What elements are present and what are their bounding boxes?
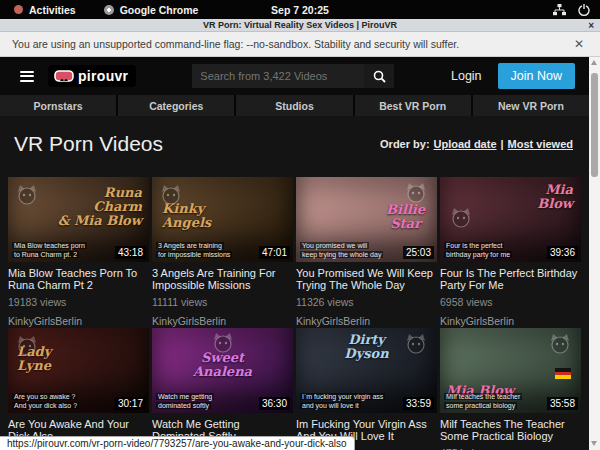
view-count: 19183 views bbox=[8, 296, 149, 308]
nav-item-label: Pornstars bbox=[34, 100, 83, 112]
order-upload-date-link[interactable]: Upload date bbox=[434, 138, 497, 150]
search-icon bbox=[373, 70, 386, 83]
video-card[interactable]: Sweet Analena Watch me gettingdominated … bbox=[152, 328, 293, 450]
browser-viewport: pirouvr Login Join Now Pornstars Categor… bbox=[0, 57, 589, 450]
video-card[interactable]: Lady Lyne Are you so awake ?And your dic… bbox=[8, 328, 149, 450]
scroll-up-arrow-icon[interactable] bbox=[591, 60, 597, 65]
video-card[interactable]: Mia Blow Four is the perfectbirthday par… bbox=[440, 177, 581, 327]
thumbnail-overlay-name: Lady Lyne bbox=[17, 345, 51, 373]
desktop-screen: Activities Google Chrome Sep 7 20:25 VR … bbox=[0, 0, 600, 450]
site-header: pirouvr Login Join Now bbox=[0, 57, 589, 95]
video-title[interactable]: 3 Angels Are Training For Impossible Mis… bbox=[152, 267, 293, 291]
scrollbar[interactable] bbox=[589, 57, 600, 450]
video-thumbnail[interactable]: Sweet Analena Watch me gettingdominated … bbox=[152, 328, 293, 413]
video-thumbnail[interactable]: Dirty Dyson I`m fucking your virgin assa… bbox=[296, 328, 437, 413]
video-title[interactable]: You Promised We Will Keep Trying The Who… bbox=[296, 267, 437, 291]
studio-mask-watermark-icon bbox=[403, 182, 429, 204]
thumbnail-overlay-name: Mia Blow bbox=[537, 183, 573, 211]
nav-item-label: Categories bbox=[149, 100, 203, 112]
video-thumbnail[interactable]: Runa Charm & Mia Blow Mia Blow teaches p… bbox=[8, 177, 149, 262]
join-now-button[interactable]: Join Now bbox=[498, 63, 575, 89]
studio-link[interactable]: KinkyGirlsBerlin bbox=[296, 315, 437, 327]
thumbnail-caption: I`m fucking your virgin assand you will … bbox=[300, 392, 395, 410]
video-title[interactable]: Mia Blow Teaches Porn To Runa Charm Pt 2 bbox=[8, 267, 149, 291]
duration-badge: 43:18 bbox=[115, 246, 146, 259]
studio-mask-watermark-icon bbox=[547, 333, 573, 355]
studio-mask-watermark-icon bbox=[14, 184, 40, 206]
page-heading-row: VR Porn Videos Order by: Upload date | M… bbox=[0, 116, 589, 172]
video-title[interactable]: Four Is The Perfect Birthday Party For M… bbox=[440, 267, 581, 291]
video-title[interactable]: Milf Teaches The Teacher Some Practical … bbox=[440, 418, 581, 442]
window-title: VR Porn: Virtual Reality Sex Videos | Pi… bbox=[203, 20, 397, 30]
thumbnail-caption: Milf teaches the teachersome practical b… bbox=[444, 392, 539, 410]
thumbnail-caption: 3 Angels are trainingfor impossible miss… bbox=[156, 241, 251, 259]
studio-mask-watermark-icon bbox=[448, 207, 474, 229]
nav-item-label: Best VR Porn bbox=[379, 100, 446, 112]
duration-badge: 30:17 bbox=[115, 397, 146, 410]
clock[interactable]: Sep 7 20:25 bbox=[0, 4, 600, 16]
duration-badge: 47:01 bbox=[259, 246, 290, 259]
thumbnail-caption: Watch me gettingdominated softly bbox=[156, 392, 251, 410]
order-by-label: Order by: bbox=[380, 138, 430, 150]
order-most-viewed-link[interactable]: Most viewed bbox=[508, 138, 573, 150]
video-card[interactable]: Dirty Dyson I`m fucking your virgin assa… bbox=[296, 328, 437, 450]
video-thumbnail[interactable]: Mia Blow Four is the perfectbirthday par… bbox=[440, 177, 581, 262]
studio-link[interactable]: KinkyGirlsBerlin bbox=[152, 315, 293, 327]
nav-item[interactable]: Best VR Porn bbox=[355, 95, 471, 116]
nav-item[interactable]: Studios bbox=[236, 95, 352, 116]
thumbnail-overlay-name: Sweet Analena bbox=[152, 351, 293, 379]
status-url-text: https://pirouvr.com/vr-porn-video/779325… bbox=[7, 438, 347, 449]
thumbnail-overlay-name: Dirty Dyson bbox=[296, 333, 437, 361]
video-thumbnail[interactable]: Kinky Angels 3 Angels are trainingfor im… bbox=[152, 177, 293, 262]
video-thumbnail[interactable]: Lady Lyne Are you so awake ?And your dic… bbox=[8, 328, 149, 413]
video-grid: Runa Charm & Mia Blow Mia Blow teaches p… bbox=[0, 177, 589, 450]
power-icon[interactable] bbox=[578, 4, 590, 16]
nav-item-label: New VR Porn bbox=[498, 100, 564, 112]
video-card[interactable]: Billie Star You promised we willkeep try… bbox=[296, 177, 437, 327]
video-thumbnail[interactable]: Billie Star You promised we willkeep try… bbox=[296, 177, 437, 262]
infobar-close-button[interactable]: ✕ bbox=[574, 37, 584, 51]
video-card[interactable]: Mia Blow Milf teaches the teachersome pr… bbox=[440, 328, 581, 450]
thumbnail-overlay-name: Runa Charm & Mia Blow bbox=[58, 186, 142, 228]
duration-badge: 25:03 bbox=[403, 246, 434, 259]
view-count: 6958 views bbox=[440, 296, 581, 308]
vr-goggles-icon bbox=[54, 70, 74, 82]
search-button[interactable] bbox=[364, 64, 394, 88]
nav-item[interactable]: New VR Porn bbox=[473, 95, 589, 116]
thumbnail-overlay-name: Billie Star bbox=[386, 203, 425, 231]
video-card[interactable]: Runa Charm & Mia Blow Mia Blow teaches p… bbox=[8, 177, 149, 327]
scrollbar-thumb[interactable] bbox=[591, 73, 598, 177]
search-bar bbox=[192, 64, 394, 88]
infobar-message: You are using an unsupported command-lin… bbox=[12, 38, 459, 50]
thumbnail-caption: Four is the perfectbirthday party for me bbox=[444, 241, 539, 259]
view-count: 11326 views bbox=[296, 296, 437, 308]
nav-item[interactable]: Pornstars bbox=[0, 95, 116, 116]
chrome-infobar: You are using an unsupported command-lin… bbox=[0, 32, 600, 57]
main-nav: Pornstars Categories Studios Best VR Por… bbox=[0, 95, 589, 116]
studio-link[interactable]: KinkyGirlsBerlin bbox=[8, 315, 149, 327]
nav-item[interactable]: Categories bbox=[118, 95, 234, 116]
video-card[interactable]: Kinky Angels 3 Angels are trainingfor im… bbox=[152, 177, 293, 327]
network-icon[interactable] bbox=[553, 4, 566, 16]
order-separator: | bbox=[501, 138, 504, 150]
duration-badge: 33:59 bbox=[403, 397, 434, 410]
close-window-button[interactable]: × bbox=[588, 19, 594, 32]
thumbnail-caption: Mia Blow teaches pornto Runa Charm pt. 2 bbox=[12, 241, 107, 259]
status-url-bar: https://pirouvr.com/vr-porn-video/779325… bbox=[0, 436, 355, 450]
thumbnail-overlay-name: Kinky Angels bbox=[162, 202, 211, 230]
scroll-down-arrow-icon[interactable] bbox=[591, 441, 597, 446]
order-by: Order by: Upload date | Most viewed bbox=[380, 138, 573, 150]
thumbnail-caption: You promised we willkeep trying the whol… bbox=[300, 241, 395, 259]
page-title: VR Porn Videos bbox=[14, 132, 163, 156]
video-thumbnail[interactable]: Mia Blow Milf teaches the teachersome pr… bbox=[440, 328, 581, 413]
view-count: 11111 views bbox=[152, 296, 293, 308]
studio-link[interactable]: KinkyGirlsBerlin bbox=[440, 315, 581, 327]
login-link[interactable]: Login bbox=[451, 69, 482, 83]
system-top-bar: Activities Google Chrome Sep 7 20:25 bbox=[0, 0, 600, 19]
search-input[interactable] bbox=[192, 64, 364, 88]
german-flag-icon bbox=[555, 368, 571, 379]
site-logo[interactable]: pirouvr bbox=[48, 65, 136, 87]
hamburger-menu-button[interactable] bbox=[20, 71, 34, 82]
thumbnail-caption: Are you so awake ?And your dick also ? bbox=[12, 392, 107, 410]
window-title-bar[interactable]: VR Porn: Virtual Reality Sex Videos | Pi… bbox=[0, 19, 600, 32]
